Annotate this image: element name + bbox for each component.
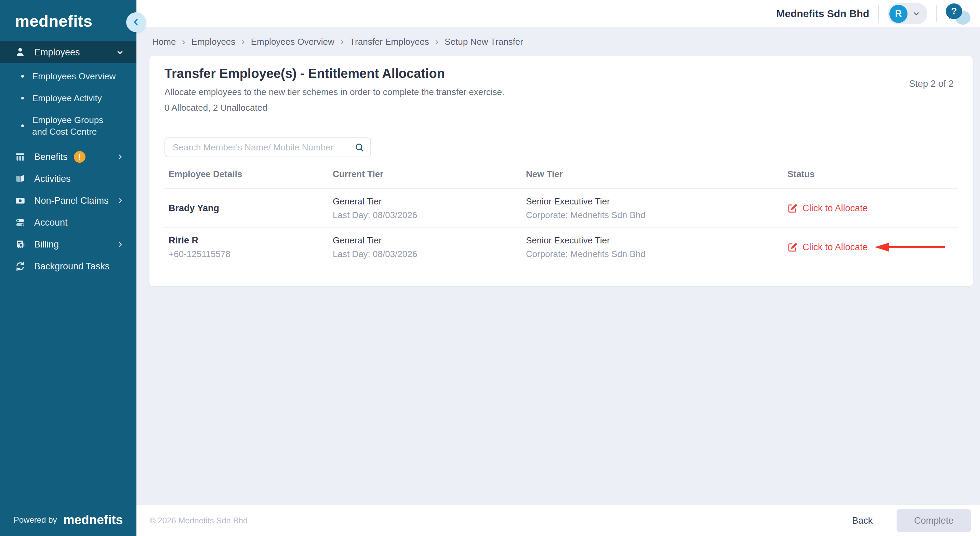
sidebar-item-billing[interactable]: Billing: [0, 234, 137, 255]
app-window: mednefits Employees Employees Overview: [0, 0, 980, 536]
breadcrumb-home[interactable]: Home: [152, 37, 176, 47]
breadcrumb-separator: ›: [340, 36, 344, 47]
employee-details-cell: Ririe R +60-125115578: [169, 235, 333, 259]
sidebar-item-account[interactable]: Account: [0, 212, 137, 234]
sidebar-item-label: Activities: [34, 173, 124, 184]
new-tier-cell: Senior Executive Tier Corporate: Mednefi…: [526, 196, 788, 221]
back-button[interactable]: Back: [850, 515, 875, 526]
storefront-icon: [14, 151, 30, 163]
sidebar-item-label: Employees: [34, 47, 116, 58]
avatar: R: [889, 5, 907, 23]
new-tier-corporate: Corporate: Mednefits Sdn Bhd: [526, 248, 788, 259]
bullet-dot: [21, 97, 24, 99]
click-to-allocate-link[interactable]: Click to Allocate: [788, 242, 868, 253]
sidebar: mednefits Employees Employees Overview: [0, 0, 137, 536]
sidebar-item-label: Employee Activity: [32, 92, 102, 104]
toggles-icon: [14, 217, 30, 228]
sidebar-item-label: Account: [34, 218, 124, 228]
table-row: Ririe R +60-125115578 General Tier Last …: [164, 228, 958, 266]
sidebar-nav: Employees Employees Overview Employee Ac…: [0, 41, 137, 277]
allocation-summary: 0 Allocated, 2 Unallocated: [164, 102, 958, 113]
edit-icon: [788, 203, 798, 213]
user-menu[interactable]: R: [888, 3, 928, 24]
chevron-right-icon: [116, 241, 124, 248]
status-cell: Click to Allocate: [788, 203, 958, 214]
table-row: Brady Yang General Tier Last Day: 08/03/…: [164, 189, 958, 228]
new-tier-cell: Senior Executive Tier Corporate: Mednefi…: [526, 235, 788, 259]
new-tier-corporate: Corporate: Mednefits Sdn Bhd: [526, 210, 788, 221]
col-new-tier: New Tier: [526, 169, 788, 180]
sidebar-item-activities[interactable]: Activities: [0, 168, 137, 190]
employee-details-cell: Brady Yang: [169, 203, 333, 214]
employee-name: Brady Yang: [169, 203, 333, 214]
breadcrumb-setup-new-transfer[interactable]: Setup New Transfer: [444, 37, 523, 47]
employee-name: Ririe R: [169, 235, 333, 246]
employees-submenu: Employees Overview Employee Activity Emp…: [0, 63, 137, 146]
alert-badge: !: [74, 151, 86, 163]
status-cell: Click to Allocate: [788, 241, 958, 253]
sidebar-item-label: Billing: [34, 239, 116, 250]
breadcrumb-employees-overview[interactable]: Employees Overview: [251, 37, 334, 47]
topbar: Mednefits Sdn Bhd R ?: [137, 0, 980, 27]
sidebar-collapse-button[interactable]: [126, 12, 146, 32]
cash-icon: [14, 195, 30, 207]
sidebar-item-label: Background Tasks: [34, 261, 124, 272]
search-icon[interactable]: [354, 142, 365, 154]
divider: [878, 5, 879, 22]
sidebar-item-background-tasks[interactable]: Background Tasks: [0, 255, 137, 277]
chevron-right-icon: [116, 197, 124, 204]
current-tier: General Tier: [333, 235, 526, 246]
content-area: Home › Employees › Employees Overview › …: [137, 27, 980, 505]
bullet-dot: [21, 75, 24, 78]
company-name: Mednefits Sdn Bhd: [776, 8, 869, 19]
current-tier: General Tier: [333, 196, 526, 207]
current-tier-last-day: Last Day: 08/03/2026: [333, 248, 526, 259]
divider: [164, 122, 958, 122]
transfer-card: Step 2 of 2 Transfer Employee(s) - Entit…: [150, 56, 973, 286]
breadcrumb-separator: ›: [242, 36, 245, 47]
mednefits-logo: mednefits: [0, 0, 137, 30]
main-area: Mednefits Sdn Bhd R ? Home › Employees ›…: [137, 0, 980, 536]
chevron-right-icon: [116, 153, 124, 161]
powered-by-text: Powered by: [14, 515, 57, 525]
chevron-down-icon: [116, 48, 124, 56]
chevron-left-icon: [132, 18, 140, 27]
divider: [936, 5, 937, 22]
breadcrumb-transfer-employees[interactable]: Transfer Employees: [350, 37, 429, 47]
sidebar-item-employees[interactable]: Employees: [0, 41, 137, 63]
breadcrumb-separator: ›: [435, 36, 438, 47]
col-status: Status: [788, 169, 958, 180]
breadcrumb: Home › Employees › Employees Overview › …: [150, 27, 973, 56]
bullet-dot: [21, 124, 24, 127]
click-to-allocate-link[interactable]: Click to Allocate: [788, 203, 868, 214]
sidebar-item-label: Employees Overview: [32, 70, 116, 82]
help-button[interactable]: ?: [946, 3, 970, 25]
red-arrow-annotation: [873, 241, 947, 253]
copyright-text: © 2026 Mednefits Sdn Bhd: [150, 516, 850, 525]
status-label: Click to Allocate: [803, 242, 868, 253]
sidebar-item-label: Non-Panel Claims: [34, 196, 116, 206]
current-tier-cell: General Tier Last Day: 08/03/2026: [333, 235, 526, 259]
footer-bar: © 2026 Mednefits Sdn Bhd Back Complete: [137, 505, 980, 536]
table-header-row: Employee Details Current Tier New Tier S…: [164, 169, 958, 189]
col-employee-details: Employee Details: [169, 169, 333, 180]
complete-button[interactable]: Complete: [897, 509, 971, 532]
invoice-icon: [14, 239, 30, 250]
sidebar-item-benefits[interactable]: Benefits !: [0, 146, 137, 168]
sidebar-item-employee-activity[interactable]: Employee Activity: [0, 87, 137, 109]
search-input[interactable]: [164, 137, 371, 157]
page-title: Transfer Employee(s) - Entitlement Alloc…: [164, 66, 958, 81]
breadcrumb-separator: ›: [182, 36, 185, 47]
search-box: [164, 137, 371, 157]
chevron-down-icon: [912, 10, 921, 18]
breadcrumb-employees[interactable]: Employees: [191, 37, 235, 47]
new-tier: Senior Executive Tier: [526, 235, 788, 246]
sidebar-item-label: Employee Groups and Cost Centre: [32, 114, 113, 137]
new-tier: Senior Executive Tier: [526, 196, 788, 207]
mednefits-footer-logo: mednefits: [63, 513, 123, 527]
sidebar-item-employees-overview[interactable]: Employees Overview: [0, 65, 137, 87]
step-indicator: Step 2 of 2: [909, 79, 954, 89]
status-label: Click to Allocate: [803, 203, 868, 214]
sidebar-item-employee-groups[interactable]: Employee Groups and Cost Centre: [0, 109, 123, 143]
sidebar-item-non-panel-claims[interactable]: Non-Panel Claims: [0, 190, 137, 212]
